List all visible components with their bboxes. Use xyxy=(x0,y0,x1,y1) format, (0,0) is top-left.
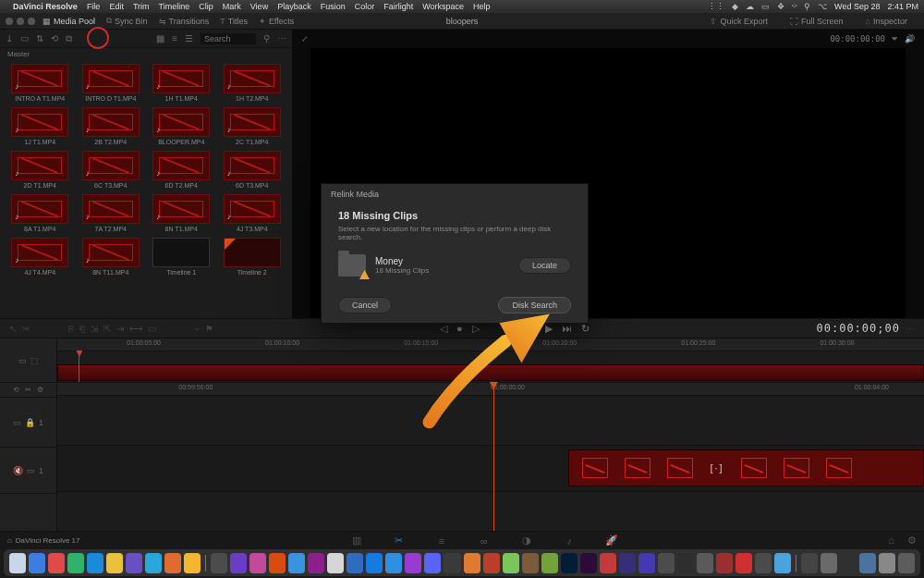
status-wifi2-icon[interactable]: ⌔ xyxy=(792,2,796,11)
dock-app-icon[interactable] xyxy=(288,553,305,573)
media-pool-search-input[interactable] xyxy=(201,33,256,44)
dock-app-icon[interactable] xyxy=(755,553,772,573)
dock-app-icon[interactable] xyxy=(230,553,247,573)
dock-app-icon[interactable] xyxy=(736,553,752,573)
toolbar-full-screen-button[interactable]: ⛶ Full Screen xyxy=(790,17,844,26)
media-clip[interactable]: ♪1J T1.MP4 xyxy=(7,107,73,145)
dock-app-icon[interactable] xyxy=(774,553,791,573)
media-clip[interactable]: ♪6D T3.MP4 xyxy=(220,151,286,189)
dock-app-icon[interactable] xyxy=(48,553,65,573)
audio-track-mute-icon[interactable]: 🔇 xyxy=(13,466,23,475)
menu-fusion[interactable]: Fusion xyxy=(321,2,346,11)
viewer-speaker-icon[interactable]: 🔊 xyxy=(905,34,915,43)
dock-app-icon[interactable] xyxy=(580,553,597,573)
dock-app-icon[interactable] xyxy=(600,553,616,573)
media-clip[interactable]: ♪BLOOPER.MP4 xyxy=(149,107,214,145)
dock-app-icon[interactable] xyxy=(716,553,733,573)
transport-next-button[interactable]: ⏭ xyxy=(562,323,572,334)
page-color-icon[interactable]: ◑ xyxy=(508,535,545,547)
transport-sync-icon[interactable]: ● xyxy=(456,323,463,334)
media-clip[interactable]: ♪4J T4.MP4 xyxy=(7,238,73,276)
dock-app-icon[interactable] xyxy=(424,553,441,573)
menubar-date[interactable]: Wed Sep 28 xyxy=(834,2,880,11)
dock-app-icon[interactable] xyxy=(898,553,915,573)
cancel-button[interactable]: Cancel xyxy=(338,297,392,314)
media-clip[interactable]: ♪1H T2.MP4 xyxy=(220,64,286,102)
menu-workspace[interactable]: Workspace xyxy=(422,2,464,11)
media-clip[interactable]: ♪2C T1.MP4 xyxy=(220,107,286,145)
transport-prev-dot-icon[interactable]: ◁ xyxy=(440,323,447,335)
dock-app-icon[interactable] xyxy=(126,553,142,573)
tool-trim-icon[interactable]: ✂ xyxy=(22,324,30,334)
dock-app-icon[interactable] xyxy=(249,553,266,573)
dock-app-icon[interactable] xyxy=(327,553,344,573)
media-clip[interactable]: ♪4J T3.MP4 xyxy=(220,194,286,232)
status-battery-icon[interactable]: ▭ xyxy=(761,2,770,11)
disk-search-button[interactable]: Disk Search xyxy=(498,297,571,314)
mp-listview-icon[interactable]: ≡ xyxy=(172,33,177,43)
app-name[interactable]: DaVinci Resolve xyxy=(13,2,78,11)
dock-app-icon[interactable] xyxy=(405,553,421,573)
dock-app-icon[interactable] xyxy=(346,553,363,573)
status-dropbox-icon[interactable]: ◆ xyxy=(732,2,738,11)
timeline-playhead[interactable] xyxy=(493,383,494,531)
dock-app-icon[interactable] xyxy=(67,553,84,573)
transport-stop-button[interactable]: ■ xyxy=(530,323,537,334)
media-clip[interactable]: ♪7A T2.MP4 xyxy=(79,194,144,232)
dock-app-icon[interactable] xyxy=(164,553,181,573)
page-deliver-icon[interactable]: 🚀 xyxy=(593,535,630,547)
toolbar-titles-button[interactable]: T Titles xyxy=(220,17,248,26)
dock-app-icon[interactable] xyxy=(821,553,837,573)
dock-app-icon[interactable] xyxy=(503,553,519,573)
dock-app-icon[interactable] xyxy=(561,553,578,573)
transport-loop-button[interactable]: ↻ xyxy=(581,323,590,335)
dock-app-icon[interactable] xyxy=(87,553,103,573)
timeline-ruler-detail[interactable]: 00:59:56:00 01:00:00:00 01:00:04:00 xyxy=(57,383,924,396)
status-search-icon[interactable]: ⚲ xyxy=(804,2,810,11)
dock-app-icon[interactable] xyxy=(483,553,500,573)
media-clip[interactable]: ♪2B T2.MP4 xyxy=(79,107,144,145)
tool-marker-icon[interactable]: ⏑ xyxy=(195,324,200,334)
menu-playback[interactable]: Playback xyxy=(277,2,311,11)
tool-source-icon[interactable]: ▭ xyxy=(148,324,156,334)
media-clip[interactable]: ♪8N T1.MP4 xyxy=(149,194,214,232)
status-settings-icon[interactable]: ❖ xyxy=(777,2,784,11)
page-fairlight-icon[interactable]: ♪ xyxy=(551,535,588,547)
dock-app-icon[interactable] xyxy=(366,553,383,573)
menu-help[interactable]: Help xyxy=(473,2,491,11)
timeline-track-v1-lock-icon[interactable]: ⬚ xyxy=(30,356,39,365)
dock-app-icon[interactable] xyxy=(444,553,460,573)
media-clip[interactable]: ♪6C T3.MP4 xyxy=(79,151,144,189)
mp-thumbview-icon[interactable]: ▦ xyxy=(156,33,164,43)
dock-app-icon[interactable] xyxy=(145,553,162,573)
menu-fairlight[interactable]: Fairlight xyxy=(383,2,413,11)
audio-track-1[interactable]: [·] xyxy=(57,446,924,492)
dock-app-icon[interactable] xyxy=(184,553,201,573)
project-settings-icon[interactable]: ⚙ xyxy=(907,535,917,547)
toolbar-effects-button[interactable]: ✦ Effects xyxy=(259,17,294,26)
tool-append-icon[interactable]: ⇥ xyxy=(116,324,124,334)
project-manager-icon[interactable]: ⌂ xyxy=(888,535,894,547)
overview-clip-strip[interactable] xyxy=(57,364,924,381)
media-clip[interactable]: Timeline 2 xyxy=(220,238,286,276)
dock-app-icon[interactable] xyxy=(9,553,26,573)
mp-listview2-icon[interactable]: ☰ xyxy=(185,33,193,43)
toolbar-quick-export-button[interactable]: ⇪ Quick Export xyxy=(710,17,768,26)
video-track-1[interactable] xyxy=(57,396,924,446)
media-clip[interactable]: ♪2D T1.MP4 xyxy=(7,151,73,189)
menu-mark[interactable]: Mark xyxy=(223,2,241,11)
media-clip[interactable]: ♪1H T1.MP4 xyxy=(149,64,214,102)
menu-color[interactable]: Color xyxy=(355,2,375,11)
status-controlcenter-icon[interactable]: ⌥ xyxy=(818,2,827,11)
timeline-track-v1-icon[interactable]: ▭ xyxy=(18,356,27,365)
dock-app-icon[interactable] xyxy=(211,553,227,573)
audio-track-solo-icon[interactable]: ▭ xyxy=(27,466,35,475)
dock-app-icon[interactable] xyxy=(801,553,818,573)
dock-app-icon[interactable] xyxy=(619,553,636,573)
media-clip[interactable]: Timeline 1 xyxy=(149,238,214,276)
page-media-icon[interactable]: ▥ xyxy=(338,535,375,547)
timeline-timecode[interactable]: 00:00:00;00 xyxy=(817,322,900,335)
dock-app-icon[interactable] xyxy=(522,553,539,573)
window-traffic-lights[interactable] xyxy=(6,18,35,25)
media-clip[interactable]: ♪8N T11.MP4 xyxy=(79,238,144,276)
